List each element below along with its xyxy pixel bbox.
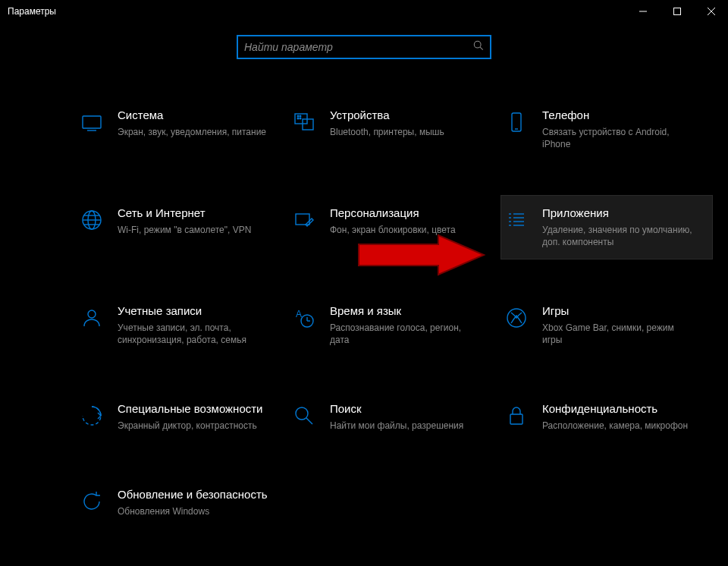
category-title: Поиск [330,402,463,417]
category-devices[interactable]: Устройства Bluetooth, принтеры, мышь [288,97,500,162]
accessibility-icon [78,402,105,429]
category-network[interactable]: Сеть и Интернет Wi-Fi, режим "в самолете… [76,195,288,259]
category-title: Сеть и Интернет [118,206,251,221]
category-title: Конфиденциальность [542,402,688,417]
lock-icon [503,402,530,429]
globe-icon [78,206,105,234]
category-apps[interactable]: Приложения Удаление, значения по умолчан… [500,195,713,259]
svg-line-5 [480,47,483,50]
svg-line-37 [306,418,312,424]
svg-point-10 [297,115,299,117]
category-title: Приложения [542,206,694,221]
titlebar: Параметры [0,0,728,23]
category-desc: Расположение, камера, микрофон [542,420,688,432]
category-desc: Экран, звук, уведомления, питание [118,126,266,138]
category-desc: Фон, экран блокировки, цвета [330,224,456,236]
category-privacy[interactable]: Конфиденциальность Расположение, камера,… [500,391,713,443]
svg-point-4 [474,41,481,48]
category-desc: Экранный диктор, контрастность [118,420,263,432]
category-title: Время и язык [330,304,482,319]
category-title: Обновление и безопасность [118,488,268,502]
svg-rect-1 [673,8,680,15]
category-desc: Распознавание голоса, регион, дата [330,322,482,346]
category-gaming[interactable]: Игры Xbox Game Bar, снимки, режим игры [500,293,713,357]
category-title: Специальные возможности [118,402,263,417]
phone-icon [503,108,530,136]
search-input[interactable] [244,41,473,53]
category-update-security[interactable]: Обновление и безопасность Обновления Win… [76,476,288,529]
category-desc: Wi-Fi, режим "в самолете", VPN [118,224,251,236]
category-desc: Удаление, значения по умолчанию, доп. ко… [542,224,694,248]
category-desc: Учетные записи, эл. почта, синхронизация… [118,322,269,346]
svg-point-30 [88,310,96,318]
svg-rect-38 [510,414,522,424]
window-title: Параметры [8,6,56,17]
category-title: Игры [542,304,694,319]
devices-icon [290,108,318,136]
apps-icon [503,206,530,234]
category-title: Устройства [330,108,444,123]
search-box[interactable] [237,35,491,59]
update-icon [78,488,105,515]
svg-rect-6 [83,116,101,128]
svg-point-36 [296,407,308,420]
search-icon [473,40,484,54]
category-title: Персонализация [330,206,456,221]
category-grid: Система Экран, звук, уведомления, питани… [0,97,728,529]
minimize-button[interactable] [626,0,660,23]
system-icon [78,108,105,136]
category-accounts[interactable]: Учетные записи Учетные записи, эл. почта… [76,293,288,357]
svg-point-11 [300,115,301,117]
search-row [0,35,728,59]
svg-point-12 [297,118,299,119]
category-desc: Найти мои файлы, разрешения [330,420,463,432]
category-title: Учетные записи [118,304,269,319]
paint-icon [290,206,318,234]
person-icon [78,304,105,332]
xbox-icon [503,304,530,332]
category-ease-of-access[interactable]: Специальные возможности Экранный диктор,… [76,391,288,443]
category-search[interactable]: Поиск Найти мои файлы, разрешения [288,391,500,443]
category-desc: Связать устройство с Android, iPhone [542,126,694,150]
window-controls [626,0,728,23]
magnifier-icon [290,402,318,429]
time-language-icon: A [290,304,318,332]
maximize-button[interactable] [660,0,694,23]
category-desc: Обновления Windows [118,505,268,517]
category-title: Телефон [542,108,694,123]
category-desc: Bluetooth, принтеры, мышь [330,126,444,138]
svg-rect-9 [303,119,313,130]
category-time-language[interactable]: A Время и язык Распознавание голоса, рег… [288,293,500,357]
category-personalization[interactable]: Персонализация Фон, экран блокировки, цв… [288,195,500,259]
category-title: Система [118,108,266,123]
svg-point-13 [300,118,301,119]
category-desc: Xbox Game Bar, снимки, режим игры [542,322,694,346]
category-system[interactable]: Система Экран, звук, уведомления, питани… [76,97,288,162]
close-button[interactable] [694,0,728,23]
category-phone[interactable]: Телефон Связать устройство с Android, iP… [500,97,713,162]
svg-text:A: A [296,309,302,319]
